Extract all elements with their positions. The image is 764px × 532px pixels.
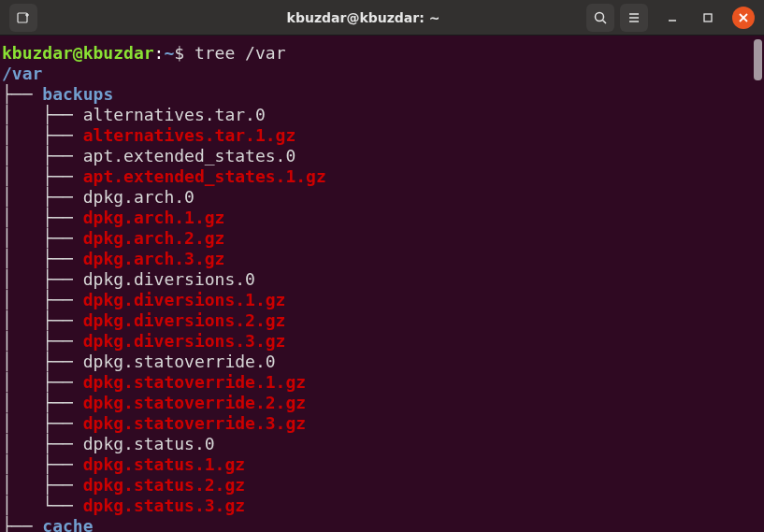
tree-dir: ├── backups xyxy=(2,84,764,105)
prompt-sigil: $ xyxy=(174,43,195,63)
tree-branch-icon: │ ├── xyxy=(2,228,83,248)
file-name-archive: dpkg.status.2.gz xyxy=(83,475,245,495)
maximize-button[interactable] xyxy=(697,7,719,29)
tree-file: │ ├── dpkg.statoverride.1.gz xyxy=(2,372,764,393)
tree-branch-icon: │ ├── xyxy=(2,146,83,165)
dir-name: backups xyxy=(42,84,113,104)
file-name-archive: alternatives.tar.1.gz xyxy=(83,125,296,145)
window-titlebar: kbuzdar@kbuzdar: ~ xyxy=(0,0,764,36)
tree-branch-icon: │ ├── xyxy=(2,208,83,227)
tree-branch-icon: │ ├── xyxy=(2,125,83,145)
svg-line-4 xyxy=(603,20,607,23)
minimize-button[interactable] xyxy=(661,7,684,29)
file-name-archive: dpkg.arch.2.gz xyxy=(83,228,225,248)
scrollbar-thumb[interactable] xyxy=(754,39,762,80)
prompt-cwd: ~ xyxy=(164,43,174,63)
file-name-archive: dpkg.diversions.2.gz xyxy=(83,310,286,330)
minimize-icon xyxy=(667,12,678,23)
maximize-icon xyxy=(702,12,714,23)
tree-branch-icon: │ ├── xyxy=(2,187,83,207)
file-name: apt.extended_states.0 xyxy=(83,146,296,165)
file-name: dpkg.status.0 xyxy=(83,434,215,453)
tree-file: │ ├── dpkg.diversions.1.gz xyxy=(2,290,764,310)
tree-file: │ ├── dpkg.diversions.0 xyxy=(2,269,764,290)
tree-branch-icon: │ ├── xyxy=(2,454,83,474)
tree-file: │ ├── dpkg.arch.1.gz xyxy=(2,208,764,228)
tree-file: │ ├── dpkg.status.0 xyxy=(2,434,764,454)
tree-file: │ ├── dpkg.status.2.gz xyxy=(2,475,764,496)
search-button[interactable] xyxy=(586,4,614,32)
tree-file: │ ├── apt.extended_states.0 xyxy=(2,146,764,166)
tree-file: │ ├── dpkg.statoverride.2.gz xyxy=(2,393,764,413)
command-text: tree /var xyxy=(195,43,286,63)
terminal-viewport[interactable]: kbuzdar@kbuzdar:~$ tree /var /var ├── ba… xyxy=(0,36,764,532)
hamburger-icon xyxy=(627,10,641,25)
close-icon xyxy=(738,12,749,23)
tree-branch-icon: │ ├── xyxy=(2,475,83,495)
file-name-archive: apt.extended_states.1.gz xyxy=(83,166,326,186)
prompt-line: kbuzdar@kbuzdar:~$ tree /var xyxy=(2,43,764,64)
file-name: dpkg.arch.0 xyxy=(83,187,195,207)
svg-point-3 xyxy=(596,12,604,21)
file-name-archive: dpkg.status.1.gz xyxy=(83,454,245,474)
tree-branch-icon: │ ├── xyxy=(2,372,83,392)
tree-file: │ ├── alternatives.tar.1.gz xyxy=(2,125,764,146)
tree-file: │ ├── dpkg.diversions.2.gz xyxy=(2,310,764,331)
search-icon xyxy=(593,10,608,25)
file-name-archive: dpkg.diversions.3.gz xyxy=(83,331,286,351)
tree-file: │ ├── apt.extended_states.1.gz xyxy=(2,166,764,187)
tree-branch-icon: │ ├── xyxy=(2,290,83,309)
file-name-archive: dpkg.status.3.gz xyxy=(83,496,245,515)
tree-branch-icon: │ ├── xyxy=(2,393,83,412)
file-name-archive: dpkg.statoverride.3.gz xyxy=(83,413,306,433)
tree-branch-icon: │ ├── xyxy=(2,105,83,124)
dir-name: cache xyxy=(42,516,93,532)
tree-branch-icon: │ ├── xyxy=(2,166,83,186)
tree-file: │ ├── dpkg.statoverride.0 xyxy=(2,352,764,372)
tree-file: │ ├── dpkg.arch.2.gz xyxy=(2,228,764,249)
prompt-userhost: kbuzdar@kbuzdar xyxy=(2,43,154,63)
tree-file: │ ├── dpkg.status.1.gz xyxy=(2,454,764,475)
tree-file: │ ├── alternatives.tar.0 xyxy=(2,105,764,125)
new-tab-icon xyxy=(16,10,31,25)
file-name-archive: dpkg.arch.1.gz xyxy=(83,208,225,227)
tree-file: │ ├── dpkg.statoverride.3.gz xyxy=(2,413,764,434)
tree-branch-icon: ├── xyxy=(2,516,42,532)
tree-branch-icon: │ ├── xyxy=(2,413,83,433)
tree-branch-icon: ├── xyxy=(2,84,42,104)
file-name: alternatives.tar.0 xyxy=(83,105,266,124)
tree-file: │ └── dpkg.status.3.gz xyxy=(2,496,764,516)
hamburger-menu-button[interactable] xyxy=(620,4,648,32)
tree-branch-icon: │ └── xyxy=(2,496,83,515)
window-title: kbuzdar@kbuzdar: ~ xyxy=(178,7,549,28)
close-button[interactable] xyxy=(732,7,755,29)
file-name-archive: dpkg.statoverride.1.gz xyxy=(83,372,306,392)
svg-rect-9 xyxy=(704,14,712,22)
tree-file: │ ├── dpkg.arch.0 xyxy=(2,187,764,208)
tree-branch-icon: │ ├── xyxy=(2,434,83,453)
file-name-archive: dpkg.statoverride.2.gz xyxy=(83,393,306,412)
tree-root: /var xyxy=(2,64,764,84)
tree-dir: ├── cache xyxy=(2,516,764,532)
scrollbar[interactable] xyxy=(754,39,762,525)
file-name-archive: dpkg.diversions.1.gz xyxy=(83,290,286,309)
tree-branch-icon: │ ├── xyxy=(2,310,83,330)
tree-branch-icon: │ ├── xyxy=(2,331,83,351)
tree-body: ├── backups│ ├── alternatives.tar.0│ ├──… xyxy=(2,84,764,532)
tree-branch-icon: │ ├── xyxy=(2,249,83,268)
tree-branch-icon: │ ├── xyxy=(2,269,83,289)
new-tab-button[interactable] xyxy=(9,4,37,32)
file-name-archive: dpkg.arch.3.gz xyxy=(83,249,225,268)
file-name: dpkg.statoverride.0 xyxy=(83,352,276,371)
tree-file: │ ├── dpkg.diversions.3.gz xyxy=(2,331,764,352)
tree-file: │ ├── dpkg.arch.3.gz xyxy=(2,249,764,269)
file-name: dpkg.diversions.0 xyxy=(83,269,255,289)
tree-root-label: /var xyxy=(2,64,42,83)
prompt-sep: : xyxy=(154,43,165,63)
tree-branch-icon: │ ├── xyxy=(2,352,83,371)
